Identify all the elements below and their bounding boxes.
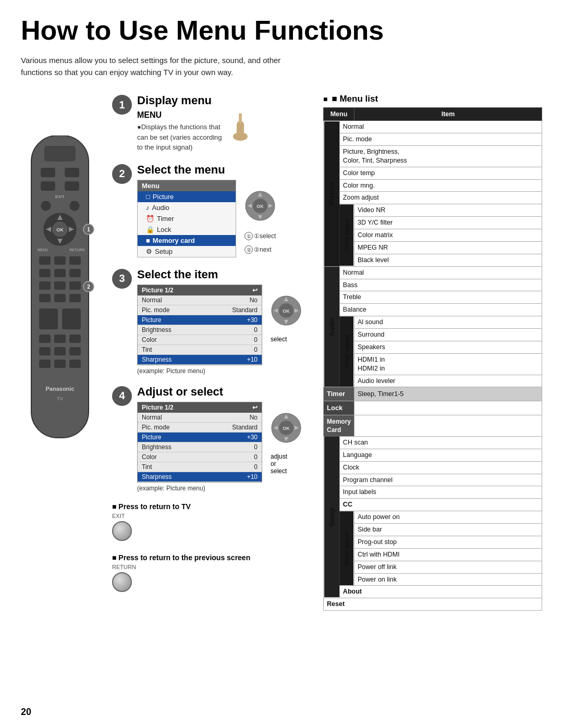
svg-rect-30: [39, 309, 58, 329]
svg-rect-31: [62, 309, 81, 329]
table-row: Speakers: [324, 341, 542, 353]
menu-list-table: Menu Item Picture Normal Pic. mode Pictu…: [323, 107, 542, 611]
pic-row-tint-4: Tint 0: [138, 462, 262, 472]
setup-icon: ⚙: [146, 248, 152, 255]
left-column: EXIT OK MENU RET: [21, 94, 313, 604]
svg-rect-27: [39, 294, 51, 302]
setup-program: Program channel: [339, 474, 542, 486]
pic-row-picmode-3: Pic. mode Standard: [138, 305, 262, 315]
col-menu-header: Menu: [324, 108, 354, 121]
press-tv-title: ■ Press to return to TV: [112, 502, 313, 511]
press-tv: ■ Press to return to TV EXIT: [112, 502, 313, 543]
svg-text:OK: OK: [256, 204, 264, 209]
timer-icon: ⏰: [146, 215, 154, 223]
page-container: How to Use Menu Functions Various menus …: [0, 0, 563, 728]
menu-box-header: Menu: [138, 180, 236, 191]
next-label-2: ②②next: [244, 245, 276, 254]
intro-text: Various menus allow you to select settin…: [21, 55, 313, 78]
step3-example: (example: Picture menu): [137, 367, 313, 375]
svg-rect-34: [69, 335, 81, 343]
svg-rect-39: [54, 360, 66, 368]
table-row: Pic. mode: [324, 133, 542, 146]
timer-label: Timer: [157, 215, 174, 223]
step-3-title: Select the item: [137, 268, 313, 281]
table-row: Other adjust Al sound: [324, 316, 542, 329]
svg-text:RETURN: RETURN: [69, 248, 84, 252]
pic-row-sharpness-4: Sharpness +10: [138, 472, 262, 482]
audio-hdmi: HDMI1 inHDMI2 in: [354, 353, 542, 375]
pic-zoom: Zoom adjust: [339, 192, 542, 204]
step-4-content: Adjust or select Picture 1/2 ↩ Normal: [137, 385, 313, 492]
table-row: Bass: [324, 279, 542, 291]
pic-brightness-etc: Picture, Brightness,Color, Tint, Sharpne…: [339, 145, 542, 167]
svg-rect-33: [54, 335, 66, 343]
svg-rect-48: [237, 121, 244, 139]
step-3: 3 Select the item Picture 1/2 ↩: [112, 268, 313, 375]
svg-rect-21: [39, 269, 51, 277]
svg-rect-36: [54, 347, 66, 355]
svg-rect-20: [69, 256, 81, 265]
nav-arrows: OK: [244, 185, 276, 227]
memory-item: [354, 415, 542, 436]
svg-rect-4: [41, 181, 55, 191]
svg-rect-38: [39, 360, 51, 368]
step-1: 1 Display menu MENU ●Displays the functi…: [112, 94, 313, 153]
pic-mode: Pic. mode: [339, 133, 542, 146]
table-row: Other adjust Video NR: [324, 204, 542, 217]
table-row: MemoryCard: [324, 415, 542, 436]
return-button[interactable]: [112, 572, 132, 592]
setup-chscan: CH scan: [339, 436, 542, 449]
step-2-number: 2: [112, 164, 132, 184]
cat-picture: Picture: [324, 121, 340, 267]
svg-rect-49: [239, 113, 242, 124]
setup-ctrlhdmi: Ctrl with HDMI: [354, 548, 542, 561]
table-row: Setup CH scan: [324, 436, 542, 449]
step-4-title: Adjust or select: [137, 385, 313, 399]
table-row: Color temp: [324, 167, 542, 179]
picture-menu-step3: Picture 1/2 ↩ Normal No Pic. mode Standa…: [137, 285, 262, 365]
pic-row-picture-4: Picture +30: [138, 433, 262, 442]
menu-keyword: MENU: [137, 110, 222, 120]
cat-memory: MemoryCard: [324, 415, 354, 436]
svg-rect-29: [69, 294, 81, 302]
setup-reset: Reset: [324, 598, 542, 611]
desc-line1: ●Displays the functions that: [137, 123, 221, 131]
table-row: Other adjust Auto power on: [324, 511, 542, 524]
table-row: Clock: [324, 461, 542, 474]
pic-row-brightness-3: Brightness 0: [138, 325, 262, 335]
step-2-body: Menu □ Picture ♪ Audio ⏰: [137, 180, 313, 257]
return-label: RETURN: [112, 564, 313, 570]
svg-rect-25: [54, 281, 66, 290]
svg-point-7: [41, 201, 51, 211]
pic-menu-header: Picture 1/2 ↩: [138, 285, 262, 295]
table-row: Audio leveler: [324, 375, 542, 387]
picture-label: Picture: [153, 193, 174, 201]
svg-rect-26: [69, 281, 81, 290]
audio-icon: ♪: [146, 204, 150, 212]
svg-rect-35: [39, 347, 51, 355]
desc-line2: can be set (varies according: [137, 133, 222, 141]
step-3-content: Select the item Picture 1/2 ↩ Normal: [137, 268, 313, 375]
table-row: Zoom adjust: [324, 192, 542, 204]
table-row: Audio Normal: [324, 266, 542, 279]
pic-row-normal-3: Normal No: [138, 295, 262, 305]
audio-balance: Balance: [339, 304, 542, 316]
table-row: 3D Y/C filter: [324, 217, 542, 229]
exit-button[interactable]: [112, 521, 132, 541]
menu-item-lock: 🔒 Lock: [138, 224, 236, 235]
step2-arrows: OK ①①select ②②next: [244, 185, 276, 254]
setup-poweronlink: Power on link: [354, 573, 542, 586]
pic-row-picmode-4: Pic. mode Standard: [138, 423, 262, 433]
setup-autopoweron: Auto power on: [354, 511, 542, 524]
press-prev-title: ■ Press to return to the previous screen: [112, 553, 313, 562]
menu-item-setup: ⚙ Setup: [138, 246, 236, 257]
step-4-body: Picture 1/2 ↩ Normal No Pic. mode Standa…: [137, 402, 313, 483]
svg-rect-32: [39, 335, 51, 343]
step-1-number: 1: [112, 95, 132, 115]
remote-svg: EXIT OK MENU RET: [21, 135, 99, 459]
pic-menu-header-4: Picture 1/2 ↩: [138, 402, 262, 413]
menu-list-title: ■ Menu list: [323, 94, 542, 104]
step-4-number: 4: [112, 386, 132, 406]
cat-timer: Timer: [324, 387, 354, 401]
page-title: How to Use Menu Functions: [21, 16, 542, 45]
